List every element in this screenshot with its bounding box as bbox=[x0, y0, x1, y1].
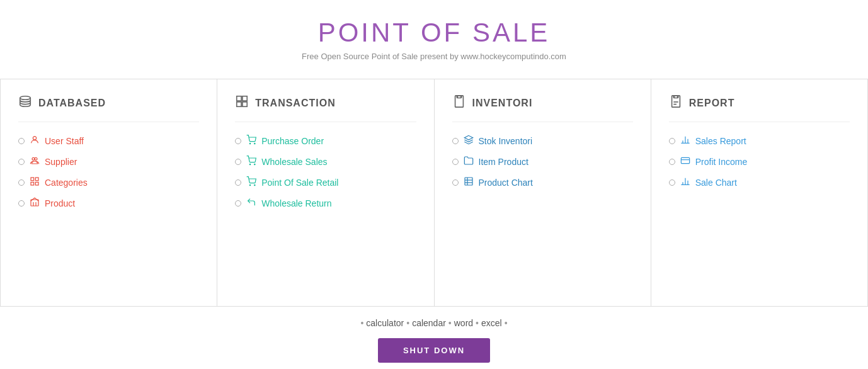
list-item: Sales Report bbox=[669, 135, 850, 147]
svg-rect-39 bbox=[681, 157, 689, 163]
panel-header-transaction: TRANSACTION bbox=[235, 94, 416, 122]
item-icon-inventori-1 bbox=[464, 156, 474, 167]
page-subtitle: Free Open Source Point of Sale present b… bbox=[0, 52, 868, 61]
item-icon-databased-1 bbox=[30, 156, 40, 167]
bullet-icon bbox=[18, 179, 25, 186]
list-item: Point Of Sale Retail bbox=[235, 176, 416, 188]
item-icon-transaction-2 bbox=[246, 176, 256, 188]
panel-header-databased: DATABASED bbox=[18, 94, 199, 122]
panel-title-transaction: TRANSACTION bbox=[255, 98, 335, 109]
item-icon-report-2 bbox=[680, 176, 690, 188]
svg-rect-12 bbox=[243, 96, 247, 101]
nav-link-databased-1[interactable]: Supplier bbox=[45, 157, 77, 167]
footer-links: • calculator • calendar • word • excel • bbox=[360, 318, 507, 328]
item-icon-inventori-0 bbox=[464, 135, 474, 147]
svg-rect-6 bbox=[31, 182, 34, 185]
bullet-icon bbox=[452, 159, 459, 165]
bullet-icon bbox=[18, 138, 25, 144]
bullet-icon bbox=[669, 138, 675, 144]
svg-rect-8 bbox=[31, 200, 38, 206]
panel-header-inventori: INVENTORI bbox=[452, 94, 633, 122]
nav-link-transaction-0[interactable]: Purchase Order bbox=[261, 136, 324, 146]
list-item: Supplier bbox=[18, 156, 199, 167]
list-item: Profit Income bbox=[669, 156, 850, 167]
panel-title-inventori: INVENTORI bbox=[472, 98, 533, 109]
item-icon-databased-2 bbox=[30, 176, 40, 188]
db-icon bbox=[18, 94, 32, 111]
list-item: Stok Inventori bbox=[452, 135, 633, 147]
footer-link-excel[interactable]: excel bbox=[479, 318, 505, 328]
bullet-icon bbox=[669, 159, 675, 165]
nav-link-databased-2[interactable]: Categories bbox=[45, 178, 88, 188]
nav-link-transaction-3[interactable]: Wholesale Return bbox=[261, 198, 331, 208]
nav-link-databased-0[interactable]: User Staff bbox=[45, 136, 84, 146]
panel-transaction: TRANSACTION Purchase Order Wholesale Sal… bbox=[217, 79, 434, 306]
item-icon-databased-3 bbox=[30, 197, 40, 209]
svg-point-16 bbox=[254, 143, 255, 144]
panel-databased: DATABASED User Staff Supplier Cat bbox=[1, 79, 217, 306]
svg-rect-13 bbox=[237, 102, 241, 106]
nav-link-databased-3[interactable]: Product bbox=[45, 198, 75, 208]
report-icon bbox=[669, 94, 683, 111]
svg-point-19 bbox=[250, 184, 251, 185]
panel-items-transaction: Purchase Order Wholesale Sales Point Of … bbox=[235, 135, 416, 209]
page-header: POINT OF SALE Free Open Source Point of … bbox=[0, 0, 868, 67]
bullet-icon bbox=[235, 159, 241, 165]
bullet-icon bbox=[18, 200, 25, 207]
item-icon-report-0 bbox=[680, 135, 690, 147]
nav-link-inventori-2[interactable]: Product Chart bbox=[479, 178, 533, 188]
bullet-icon bbox=[235, 200, 241, 207]
panel-header-report: REPORT bbox=[669, 94, 850, 122]
transaction-icon bbox=[235, 94, 249, 111]
list-item: Categories bbox=[18, 176, 199, 188]
list-item: User Staff bbox=[18, 135, 199, 147]
bullet-icon bbox=[235, 179, 241, 186]
item-icon-inventori-2 bbox=[464, 176, 474, 188]
footer-link-word[interactable]: word bbox=[452, 318, 476, 328]
svg-rect-29 bbox=[671, 96, 680, 107]
panel-items-databased: User Staff Supplier Categories bbox=[18, 135, 199, 209]
bullet-icon bbox=[452, 138, 459, 144]
list-item: Sale Chart bbox=[669, 176, 850, 188]
shutdown-button[interactable]: SHUT DOWN bbox=[378, 338, 490, 363]
item-icon-transaction-1 bbox=[246, 156, 256, 167]
svg-rect-25 bbox=[465, 178, 472, 185]
bullet-icon bbox=[669, 179, 675, 186]
svg-rect-14 bbox=[243, 102, 247, 106]
list-item: Purchase Order bbox=[235, 135, 416, 147]
nav-link-report-1[interactable]: Profit Income bbox=[695, 157, 747, 167]
footer-dot-end: • bbox=[505, 318, 508, 328]
svg-rect-11 bbox=[237, 96, 241, 101]
list-item: Wholesale Sales bbox=[235, 156, 416, 167]
svg-point-3 bbox=[35, 157, 37, 160]
nav-link-inventori-1[interactable]: Item Product bbox=[479, 157, 528, 167]
nav-link-report-2[interactable]: Sale Chart bbox=[695, 178, 737, 188]
bullet-icon bbox=[18, 159, 25, 165]
footer-link-calendar[interactable]: calendar bbox=[409, 318, 448, 328]
svg-point-20 bbox=[254, 184, 255, 185]
nav-link-transaction-2[interactable]: Point Of Sale Retail bbox=[261, 178, 338, 188]
item-icon-transaction-3 bbox=[246, 197, 256, 209]
panel-report: REPORT Sales Report Profit Income bbox=[651, 79, 867, 306]
panel-items-inventori: Stok Inventori Item Product Product Char… bbox=[452, 135, 633, 188]
inventori-icon bbox=[452, 94, 466, 111]
bullet-icon bbox=[235, 138, 241, 144]
nav-link-transaction-1[interactable]: Wholesale Sales bbox=[261, 157, 327, 167]
svg-point-17 bbox=[250, 164, 251, 164]
list-item: Item Product bbox=[452, 156, 633, 167]
footer: • calculator • calendar • word • excel •… bbox=[360, 307, 507, 369]
svg-rect-7 bbox=[35, 182, 38, 185]
svg-point-18 bbox=[254, 164, 255, 164]
bullet-icon bbox=[452, 179, 459, 186]
page-title: POINT OF SALE bbox=[0, 18, 868, 48]
list-item: Wholesale Return bbox=[235, 197, 416, 209]
panel-items-report: Sales Report Profit Income Sale Chart bbox=[669, 135, 850, 188]
svg-point-0 bbox=[20, 96, 31, 100]
panel-title-databased: DATABASED bbox=[38, 98, 106, 109]
svg-rect-4 bbox=[31, 178, 34, 181]
panel-inventori: INVENTORI Stok Inventori Item Product bbox=[435, 79, 651, 306]
footer-link-calculator[interactable]: calculator bbox=[363, 318, 406, 328]
nav-link-report-0[interactable]: Sales Report bbox=[695, 136, 746, 146]
nav-link-inventori-0[interactable]: Stok Inventori bbox=[479, 136, 533, 146]
svg-rect-21 bbox=[455, 96, 463, 107]
